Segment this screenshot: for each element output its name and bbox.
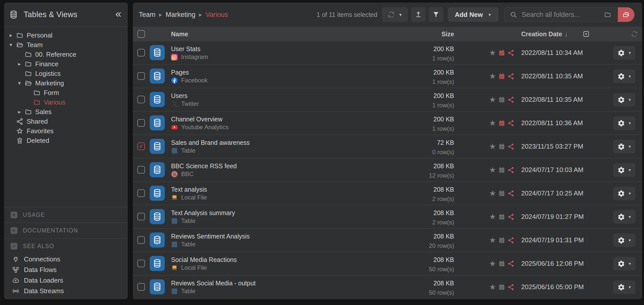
search-input[interactable] — [521, 11, 598, 19]
tree-item-marketing[interactable]: ▾ Marketing — [4, 78, 128, 88]
refresh-icon[interactable] — [631, 30, 638, 38]
expand-icon[interactable]: + — [11, 212, 17, 218]
tree-item-personal[interactable]: ▸ Personal — [4, 30, 128, 40]
tree-item-00-reference[interactable]: 00. Reference — [4, 50, 128, 59]
tree-caret-icon[interactable]: ▾ — [10, 42, 16, 48]
share-icon[interactable] — [507, 213, 514, 220]
select-all-checkbox[interactable] — [137, 30, 145, 38]
row-settings-button[interactable]: ▼ — [613, 163, 635, 177]
tree-item-logistics[interactable]: Logistics — [4, 69, 128, 78]
breadcrumb-team[interactable]: Team — [139, 11, 155, 19]
section-documentation[interactable]: + DOCUMENTATION — [4, 223, 128, 238]
star-icon[interactable]: ★ — [489, 119, 496, 127]
row-checkbox[interactable] — [137, 213, 145, 220]
star-icon[interactable]: ★ — [489, 213, 496, 221]
star-icon[interactable]: ★ — [489, 96, 496, 104]
add-new-button[interactable]: Add New ▼ — [448, 7, 499, 22]
calendar-icon[interactable] — [498, 284, 505, 290]
breadcrumb-various[interactable]: Various — [206, 11, 228, 19]
row-checkbox[interactable] — [137, 283, 145, 291]
table-row[interactable]: Users Twitter 200 KB 1 row(s) ★ 2022/08/… — [133, 88, 642, 111]
search-box[interactable] — [504, 7, 618, 22]
row-settings-button[interactable]: ▼ — [613, 93, 635, 107]
star-icon[interactable]: ★ — [489, 72, 496, 80]
calendar-icon[interactable] — [498, 166, 505, 173]
share-icon[interactable] — [507, 96, 514, 103]
column-header-size[interactable]: Size — [397, 27, 454, 41]
tree-item-sales[interactable]: ▸ Sales — [4, 107, 128, 117]
calendar-icon[interactable] — [498, 49, 505, 56]
table-row[interactable]: Pages Facebook 200 KB 1 row(s) ★ 2022/08… — [133, 64, 642, 88]
calendar-icon[interactable] — [498, 190, 505, 197]
tree-item-deleted[interactable]: Deleted — [4, 136, 128, 145]
row-checkbox[interactable] — [137, 49, 145, 56]
share-icon[interactable] — [507, 166, 514, 174]
share-icon[interactable] — [507, 73, 514, 80]
star-icon[interactable]: ★ — [489, 236, 496, 244]
collapse-icon[interactable]: − — [11, 243, 17, 250]
row-checkbox[interactable] — [137, 189, 145, 197]
see-also-connections[interactable]: Connections — [4, 254, 128, 264]
tree-caret-icon[interactable]: ▾ — [18, 80, 25, 86]
tree-item-favorites[interactable]: Favorites — [4, 126, 128, 136]
table-row[interactable]: Text Analysis summary Table 208 KB 2 row… — [133, 205, 642, 228]
collapse-sidebar-button[interactable]: « — [115, 9, 121, 21]
see-also-data-flows[interactable]: Data Flows — [4, 264, 128, 275]
breadcrumb-marketing[interactable]: Marketing — [166, 11, 195, 19]
table-row[interactable]: Reviews Social Media - output Table 208 … — [133, 275, 642, 298]
star-icon[interactable]: ★ — [489, 189, 496, 197]
share-icon[interactable] — [507, 143, 514, 150]
calendar-icon[interactable] — [498, 120, 505, 126]
browse-folders-button[interactable] — [618, 7, 634, 22]
chevron-down-icon[interactable]: ▼ — [398, 13, 402, 17]
table-row[interactable]: ✓ Sales and Brand awareness Table 72 KB … — [133, 134, 642, 158]
star-icon[interactable]: ★ — [489, 166, 496, 174]
see-also-data-streams[interactable]: Data Streams — [4, 286, 128, 296]
row-settings-button[interactable]: ▼ — [613, 187, 635, 200]
row-settings-button[interactable]: ▼ — [613, 140, 635, 153]
table-row[interactable]: Social Media Reactions Local File 208 KB… — [133, 252, 642, 275]
column-chooser-icon[interactable] — [583, 30, 590, 38]
calendar-icon[interactable] — [498, 73, 505, 80]
filter-button[interactable] — [429, 7, 443, 22]
calendar-icon[interactable] — [498, 237, 505, 244]
sync-split-button[interactable]: ▼ — [382, 7, 408, 22]
row-checkbox[interactable] — [137, 96, 145, 103]
table-row[interactable]: Text analysis Local File 208 KB 2 row(s)… — [133, 181, 642, 205]
star-icon[interactable]: ★ — [489, 260, 496, 267]
upload-button[interactable] — [411, 7, 426, 22]
tree-caret-icon[interactable]: ▸ — [10, 32, 16, 38]
expand-icon[interactable]: + — [11, 227, 17, 234]
table-row[interactable]: Reviews Sentiment Analysis Table 208 KB … — [133, 228, 642, 252]
table-row[interactable]: Channel Overview Youtube Analytics 200 K… — [133, 111, 642, 134]
share-icon[interactable] — [507, 49, 514, 56]
share-icon[interactable] — [507, 284, 514, 291]
star-icon[interactable]: ★ — [489, 143, 496, 150]
row-settings-button[interactable]: ▼ — [613, 46, 635, 60]
row-settings-button[interactable]: ▼ — [613, 70, 635, 83]
sync-icon[interactable] — [387, 11, 395, 18]
row-checkbox[interactable] — [137, 260, 145, 267]
share-icon[interactable] — [507, 237, 514, 244]
row-checkbox[interactable] — [137, 72, 145, 80]
row-checkbox[interactable] — [137, 236, 145, 244]
row-checkbox[interactable] — [137, 119, 145, 127]
calendar-icon[interactable] — [498, 96, 505, 103]
row-settings-button[interactable]: ▼ — [613, 210, 635, 224]
row-settings-button[interactable]: ▼ — [613, 233, 635, 247]
share-icon[interactable] — [507, 190, 514, 197]
column-header-creation-date[interactable]: Creation Date↓ — [521, 27, 568, 41]
tree-item-finance[interactable]: ▸ Finance — [4, 59, 128, 69]
calendar-icon[interactable] — [498, 260, 505, 267]
star-icon[interactable]: ★ — [489, 283, 496, 291]
star-icon[interactable]: ★ — [489, 49, 496, 57]
tree-caret-icon[interactable]: ▸ — [18, 61, 25, 67]
tree-caret-icon[interactable]: ▸ — [18, 109, 25, 115]
column-header-name[interactable]: Name — [171, 27, 188, 41]
share-icon[interactable] — [507, 260, 514, 267]
section-usage[interactable]: + USAGE — [4, 207, 128, 223]
tree-item-shared[interactable]: Shared — [4, 117, 128, 126]
tree-item-various[interactable]: Various — [4, 97, 128, 107]
section-see-also[interactable]: − SEE ALSO — [4, 239, 128, 254]
tree-item-form[interactable]: Form — [4, 88, 128, 97]
